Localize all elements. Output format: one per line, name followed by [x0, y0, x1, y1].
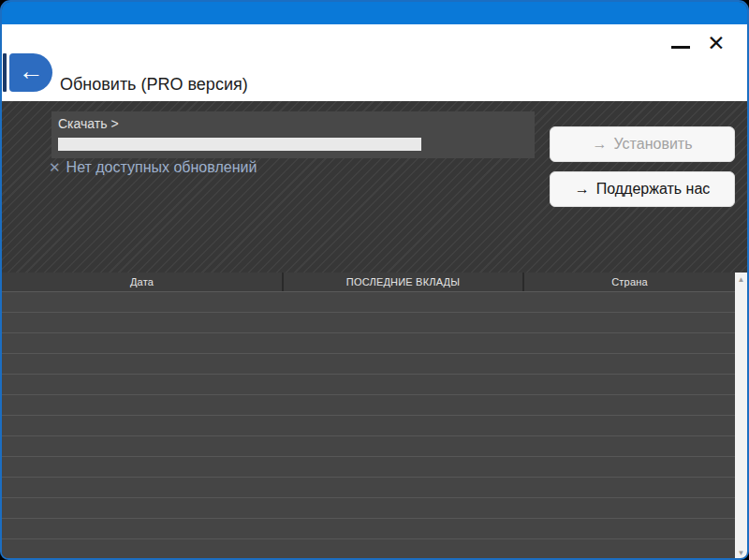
table-row: [2, 292, 735, 313]
table-row: [2, 354, 735, 375]
table-row: [2, 416, 735, 436]
close-icon: ✕: [707, 33, 725, 54]
back-button[interactable]: ←: [9, 53, 52, 92]
minimize-icon: [671, 46, 690, 49]
table-row: [2, 333, 735, 354]
header-cell-date[interactable]: Дата: [2, 273, 284, 291]
back-arrow-icon: ←: [19, 59, 44, 84]
arrow-right-icon: →: [575, 181, 590, 198]
header-cell-deposits[interactable]: ПОСЛЕДНИЕ ВКЛАДЫ: [284, 273, 524, 291]
status-x-icon: ✕: [49, 159, 61, 176]
close-button[interactable]: ✕: [702, 29, 730, 57]
deposits-table: Дата ПОСЛЕДНИЕ ВКЛАДЫ Страна ▲ ▼: [2, 273, 747, 560]
table-row: [2, 519, 735, 539]
install-button[interactable]: → Установить: [550, 126, 735, 162]
table-row: [2, 375, 735, 395]
page-title: Обновить (PRO версия): [60, 75, 248, 95]
support-button-label: Поддержать нас: [596, 181, 711, 198]
header-cell-country[interactable]: Страна: [524, 273, 735, 291]
support-button[interactable]: → Поддержать нас: [550, 171, 735, 207]
update-section: Скачать > ✕ Нет доступных обновлений → У…: [2, 101, 747, 273]
table-row: [2, 395, 735, 416]
table-row: [2, 436, 735, 457]
table-row: [2, 313, 735, 333]
table-row: [2, 478, 735, 498]
download-progressbar: [58, 138, 421, 151]
app-window: ← Обновить (PRO версия) ✕ Скачать > ✕ Не…: [0, 0, 749, 560]
minimize-button[interactable]: [667, 29, 695, 57]
status-text: Нет доступных обновлений: [66, 159, 257, 176]
page-header: ← Обновить (PRO версия) ✕: [2, 24, 747, 101]
scroll-track[interactable]: [735, 287, 747, 546]
download-label: Скачать >: [58, 116, 119, 131]
table-row: [2, 457, 735, 478]
screen-background: ← Обновить (PRO версия) ✕ Скачать > ✕ Не…: [0, 0, 749, 560]
table-row: [2, 539, 735, 560]
table-header: Дата ПОСЛЕДНИЕ ВКЛАДЫ Страна: [2, 273, 747, 292]
table-row: [2, 498, 735, 519]
table-body: [2, 292, 735, 560]
window-controls: ✕: [667, 29, 730, 57]
back-accent-bar: [3, 53, 7, 92]
scrollbar[interactable]: ▲ ▼: [735, 273, 747, 560]
scroll-down-button[interactable]: ▼: [735, 546, 747, 560]
arrow-right-icon: →: [593, 136, 608, 153]
titlebar[interactable]: [2, 2, 747, 24]
download-panel: Скачать >: [51, 111, 535, 158]
install-button-label: Установить: [614, 136, 693, 153]
status-message: ✕ Нет доступных обновлений: [49, 159, 257, 176]
scroll-up-button[interactable]: ▲: [735, 273, 747, 287]
